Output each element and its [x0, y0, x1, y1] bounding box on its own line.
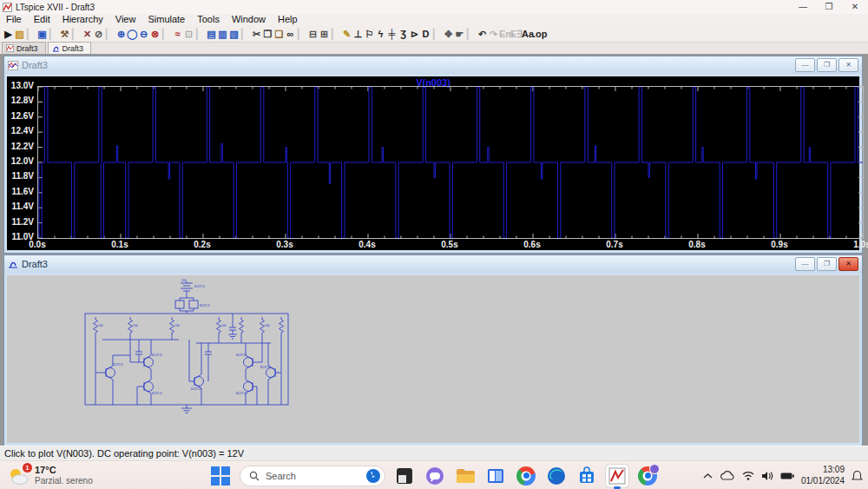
save-button[interactable]: ▣ — [36, 26, 48, 42]
app-window-icon[interactable] — [484, 465, 507, 487]
y-tick-label: 12.6V — [11, 111, 34, 121]
rotate-button[interactable]: Em — [499, 26, 510, 42]
transistor-q4 — [189, 340, 204, 405]
control-panel-button[interactable]: ⚒ — [59, 26, 70, 42]
chat-app-icon[interactable] — [424, 465, 446, 487]
svg-text:BC237-25: BC237-25 — [260, 366, 271, 369]
start-button[interactable] — [209, 465, 232, 487]
tab-schematic-draft3[interactable]: Draft3 — [48, 42, 92, 54]
paste-button[interactable]: ❑ — [273, 26, 285, 42]
label-net-button[interactable]: ⚐ — [364, 26, 375, 42]
waveform-restore-button[interactable]: ❐ — [817, 58, 837, 72]
schematic-minimize-button[interactable]: — — [795, 257, 815, 271]
ltspice-taskbar-icon[interactable] — [606, 465, 628, 487]
redo-button[interactable]: ↷ — [488, 26, 499, 42]
battery-icon[interactable] — [780, 472, 794, 480]
toolbar-separator: ▏ — [296, 26, 307, 42]
capacitor-button[interactable]: ╪ — [386, 26, 398, 42]
active-app-indicator — [614, 486, 621, 489]
transistor-q5 — [244, 343, 263, 376]
menu-hierarchy[interactable]: Hierarchy — [56, 14, 109, 25]
print-button[interactable]: ⊟ — [307, 26, 319, 42]
print-preview-button[interactable]: ⊞ — [319, 26, 330, 42]
move-button[interactable]: ✥ — [443, 26, 454, 42]
volume-icon[interactable] — [761, 471, 773, 481]
waveform-minimize-button[interactable]: — — [795, 58, 815, 72]
menu-help[interactable]: Help — [272, 14, 304, 25]
waveform-plot[interactable]: V(n003) 13.0V12.8V12.6V12.4V12.2V12.0V11… — [7, 76, 859, 250]
zoom-out-button[interactable]: ⊖ — [138, 26, 149, 42]
file-explorer-icon[interactable] — [454, 465, 477, 487]
dark-window-app-icon[interactable] — [393, 465, 416, 487]
tray-chevron-icon[interactable] — [703, 472, 713, 479]
status-bar: Click to plot V(N003). DC operating poin… — [0, 446, 868, 460]
zoom-back-button[interactable]: ◯ — [127, 26, 138, 42]
svg-text:BC237-25: BC237-25 — [236, 354, 247, 357]
menu-window[interactable]: Window — [226, 14, 272, 25]
undo-button[interactable]: ↶ — [477, 26, 488, 42]
find-button[interactable]: ∞ — [285, 26, 296, 42]
menu-edit[interactable]: Edit — [28, 14, 56, 25]
open-button[interactable]: ▨ — [14, 26, 25, 42]
y-tick-label: 12.0V — [11, 156, 34, 166]
tile-horizontal-button[interactable]: ▤ — [206, 26, 217, 42]
tab-bar: Draft3 Draft3 — [0, 43, 868, 55]
plot-pane-button[interactable]: ⊡ — [183, 26, 194, 42]
chrome-icon[interactable] — [515, 465, 537, 487]
text-button[interactable]: Aa — [522, 26, 533, 42]
menu-file[interactable]: File — [0, 14, 28, 25]
pause-button[interactable]: ⊘ — [93, 26, 104, 42]
waveform-window-titlebar[interactable]: Draft3 — ❐ ✕ — [4, 56, 862, 74]
tab-waveform-draft3[interactable]: Draft3 — [2, 42, 46, 54]
copy-button[interactable]: ❐ — [262, 26, 273, 42]
component-button[interactable]: D — [420, 26, 431, 42]
y-tick-label: 12.2V — [11, 142, 34, 151]
svg-text:BC237-25: BC237-25 — [152, 354, 162, 357]
tile-vertical-button[interactable]: ▥ — [217, 26, 228, 42]
window-restore-button[interactable]: ❐ — [816, 0, 842, 14]
y-tick-label: 11.4V — [11, 202, 34, 211]
inductor-button[interactable]: Ʒ — [398, 26, 409, 42]
schematic-restore-button[interactable]: ❐ — [817, 257, 837, 271]
circuit-drawing: 100k BC237-25 BC237-25 — [69, 279, 304, 416]
halt-button[interactable]: ✕ — [82, 26, 93, 42]
wifi-icon[interactable] — [742, 471, 754, 480]
schematic-canvas[interactable]: 100k BC237-25 BC237-25 — [7, 275, 859, 443]
wire-button[interactable]: ✎ — [341, 26, 352, 42]
search-box[interactable]: Search — [240, 466, 385, 486]
zoom-in-button[interactable]: ⊕ — [115, 26, 127, 42]
zoom-full-extents-button[interactable]: ⊗ — [149, 26, 161, 42]
diode-button[interactable]: ⊳ — [409, 26, 420, 42]
x-tick-label: 0.2s — [194, 240, 210, 249]
weather-widget[interactable]: 1 17°C Parzial. sereno — [7, 461, 93, 489]
x-axis: 0.0s0.1s0.2s0.3s0.4s0.5s0.6s0.7s0.8s0.9s… — [37, 240, 862, 250]
window-close-button[interactable]: ✕ — [842, 0, 868, 14]
run-button[interactable]: ▶ — [3, 26, 14, 42]
waveform-close-button[interactable]: ✕ — [838, 58, 858, 72]
resistor-button[interactable]: ϟ — [375, 26, 386, 42]
ground-button[interactable]: ⊥ — [352, 26, 364, 42]
drag-button[interactable]: ☛ — [454, 26, 465, 42]
notification-bell-icon[interactable] — [852, 470, 863, 482]
menu-tools[interactable]: Tools — [191, 14, 226, 25]
toolbar-separator: ▏ — [161, 26, 172, 42]
transistor-q2 — [130, 340, 154, 376]
edge-icon[interactable] — [545, 465, 568, 487]
spice-directive-button[interactable]: .op — [533, 26, 544, 42]
plot-settings-button[interactable]: ≈ — [172, 26, 183, 42]
clock[interactable]: 13:09 01/01/2024 — [801, 465, 845, 486]
menu-simulate[interactable]: Simulate — [141, 14, 191, 25]
menu-view[interactable]: View — [109, 14, 142, 25]
schematic-window-titlebar[interactable]: Draft3 — ❐ ✕ — [4, 255, 862, 273]
chrome-profile-icon[interactable] — [636, 465, 659, 487]
mirror-button[interactable]: E∃ — [510, 26, 522, 42]
microsoft-store-icon[interactable] — [575, 465, 598, 487]
schematic-close-button[interactable]: ✕ — [838, 257, 858, 271]
toolbar-separator: ▏ — [48, 26, 59, 42]
mdi-area: Draft3 — ❐ ✕ V(n003) 13.0V12.8V12.6V12.4… — [0, 54, 868, 446]
cut-button[interactable]: ✂ — [251, 26, 262, 42]
y-axis: 13.0V12.8V12.6V12.4V12.2V12.0V11.8V11.6V… — [7, 86, 36, 237]
onedrive-cloud-icon[interactable] — [720, 471, 735, 481]
window-minimize-button[interactable]: — — [790, 0, 816, 14]
cascade-button[interactable]: ▧ — [228, 26, 240, 42]
